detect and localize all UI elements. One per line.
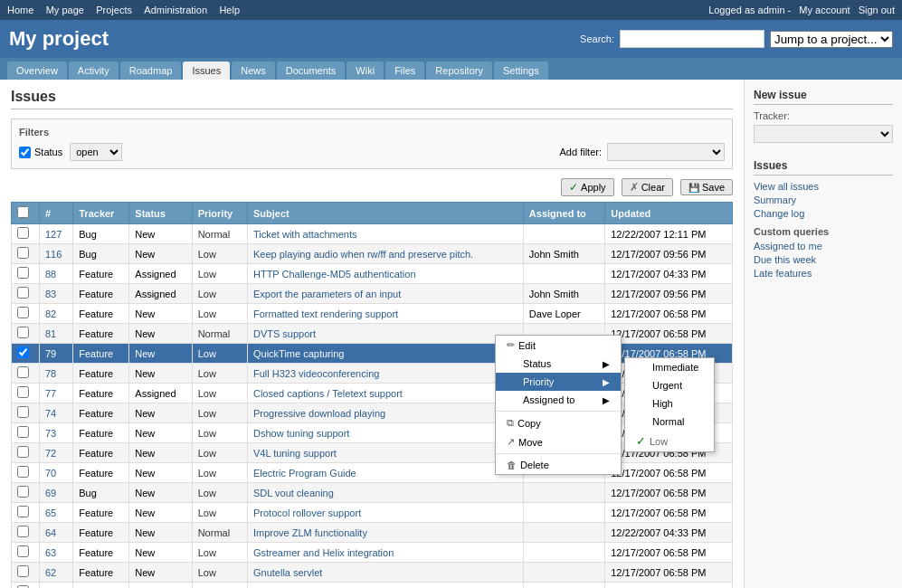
row-checkbox[interactable] <box>12 563 40 583</box>
row-checkbox[interactable] <box>12 543 40 563</box>
row-select-checkbox[interactable] <box>17 386 29 398</box>
tab-overview[interactable]: Overview <box>7 62 67 80</box>
issue-id-link[interactable]: 77 <box>45 388 56 399</box>
issue-subject-link[interactable]: Improve ZLM functionality <box>253 527 367 538</box>
tab-files[interactable]: Files <box>385 62 424 80</box>
status-checkbox[interactable] <box>19 147 31 158</box>
tab-activity[interactable]: Activity <box>69 62 119 80</box>
issue-subject-link[interactable]: Protocol rollover support <box>253 507 361 518</box>
issue-subject-link[interactable]: Full H323 videoconferencing <box>253 368 379 379</box>
save-button[interactable]: Save <box>680 179 733 195</box>
custom-query-3[interactable]: Late features <box>754 268 893 279</box>
row-select-checkbox[interactable] <box>17 406 29 418</box>
col-assigned[interactable]: Assigned to <box>523 203 604 224</box>
nav-projects[interactable]: Projects <box>96 5 132 15</box>
issue-id-link[interactable]: 70 <box>45 468 56 479</box>
table-row[interactable]: 81 Feature New Normal DVTS support 12/17… <box>12 324 733 344</box>
row-select-checkbox[interactable] <box>17 506 29 517</box>
my-account-link[interactable]: My account <box>799 5 850 15</box>
table-row[interactable]: 65 Feature New Low Protocol rollover sup… <box>12 503 733 523</box>
row-checkbox[interactable] <box>12 423 40 443</box>
issue-id-link[interactable]: 62 <box>45 567 56 578</box>
menu-assigned-to[interactable]: Assigned to ▶ <box>496 391 621 409</box>
menu-edit[interactable]: ✏ Edit <box>496 336 621 355</box>
col-id[interactable]: # <box>39 203 72 224</box>
row-select-checkbox[interactable] <box>17 346 29 358</box>
issue-subject-link[interactable]: SDL vout cleaning <box>253 488 334 498</box>
row-checkbox[interactable] <box>12 264 40 284</box>
row-select-checkbox[interactable] <box>17 545 29 557</box>
row-checkbox[interactable] <box>12 443 40 463</box>
tab-issues[interactable]: Issues <box>183 62 230 80</box>
custom-query-2[interactable]: Due this week <box>754 254 893 265</box>
row-checkbox[interactable] <box>12 344 40 364</box>
issue-subject-link[interactable]: Gnutella servlet <box>253 567 322 578</box>
priority-low[interactable]: ✓ Low <box>625 431 714 451</box>
table-row[interactable]: 127 Bug New Normal Ticket with attachmen… <box>12 224 733 244</box>
issue-subject-link[interactable]: Keep playing audio when rw/ff and preser… <box>253 249 473 260</box>
row-checkbox[interactable] <box>12 304 40 324</box>
tab-repository[interactable]: Repository <box>426 62 492 80</box>
issue-subject-link[interactable]: Dshow tuning support <box>253 428 349 439</box>
table-row[interactable]: 70 Feature New Low Electric Program Guid… <box>12 463 733 483</box>
row-select-checkbox[interactable] <box>17 486 29 498</box>
row-checkbox[interactable] <box>12 364 40 384</box>
clear-button[interactable]: Clear <box>622 178 673 196</box>
issue-id-link[interactable]: 116 <box>45 249 62 260</box>
issue-subject-link[interactable]: Progressive download playing <box>253 408 385 419</box>
issue-subject-link[interactable]: Formatted text rendering support <box>253 308 398 319</box>
row-checkbox[interactable] <box>12 483 40 503</box>
apply-button[interactable]: Apply <box>561 178 614 196</box>
menu-delete[interactable]: 🗑 Delete <box>496 456 621 474</box>
row-checkbox[interactable] <box>12 503 40 523</box>
issue-subject-link[interactable]: V4L tuning support <box>253 448 337 459</box>
issue-id-link[interactable]: 73 <box>45 428 56 439</box>
table-row[interactable]: 63 Feature New Low Gstreamer and Helix i… <box>12 543 733 563</box>
issue-id-link[interactable]: 78 <box>45 368 56 379</box>
row-select-checkbox[interactable] <box>17 327 29 338</box>
row-checkbox[interactable] <box>12 523 40 543</box>
issue-id-link[interactable]: 63 <box>45 547 56 558</box>
issue-id-link[interactable]: 81 <box>45 328 56 339</box>
priority-high[interactable]: High <box>625 394 714 413</box>
row-select-checkbox[interactable] <box>17 267 29 279</box>
issue-id-link[interactable]: 127 <box>45 229 62 240</box>
col-updated[interactable]: Updated <box>605 203 733 224</box>
row-checkbox[interactable] <box>12 224 40 244</box>
row-checkbox[interactable] <box>12 583 40 589</box>
row-checkbox[interactable] <box>12 284 40 304</box>
tab-documents[interactable]: Documents <box>277 62 346 80</box>
row-checkbox[interactable] <box>12 384 40 403</box>
view-all-issues-link[interactable]: View all issues <box>754 181 893 192</box>
table-row[interactable]: 83 Feature Assigned Low Export the param… <box>12 284 733 304</box>
menu-priority[interactable]: Priority ▶ <box>496 373 621 391</box>
row-checkbox[interactable] <box>12 324 40 344</box>
nav-administration[interactable]: Administration <box>144 5 207 15</box>
row-select-checkbox[interactable] <box>17 446 29 458</box>
col-priority[interactable]: Priority <box>192 203 247 224</box>
menu-move[interactable]: ↗ Move <box>496 432 621 451</box>
select-all-checkbox[interactable] <box>17 206 29 218</box>
sign-out-link[interactable]: Sign out <box>859 5 895 15</box>
row-checkbox[interactable] <box>12 463 40 483</box>
row-select-checkbox[interactable] <box>17 526 29 537</box>
table-row[interactable]: 88 Feature Assigned Low HTTP Challenge-M… <box>12 264 733 284</box>
priority-urgent[interactable]: Urgent <box>625 376 714 394</box>
priority-immediate[interactable]: Immediate <box>625 358 714 376</box>
add-filter-select[interactable] <box>607 143 725 161</box>
custom-query-1[interactable]: Assigned to me <box>754 241 893 251</box>
issue-subject-link[interactable]: HTTP Challenge-MD5 authentication <box>253 269 416 280</box>
issue-subject-link[interactable]: Closed captions / Teletext support <box>253 388 403 399</box>
issue-id-link[interactable]: 69 <box>45 488 56 498</box>
tab-settings[interactable]: Settings <box>494 62 548 80</box>
nav-mypage[interactable]: My page <box>46 5 84 15</box>
row-select-checkbox[interactable] <box>17 366 29 378</box>
issue-subject-link[interactable]: QuickTime capturing <box>253 348 344 359</box>
table-row[interactable]: 116 Bug New Low Keep playing audio when … <box>12 244 733 264</box>
row-select-checkbox[interactable] <box>17 466 29 478</box>
jump-to-project-select[interactable]: Jump to a project... <box>770 31 893 48</box>
issue-subject-link[interactable]: Ticket with attachments <box>253 229 357 240</box>
table-row[interactable]: 64 Feature New Normal Improve ZLM functi… <box>12 523 733 543</box>
search-input[interactable] <box>620 30 764 48</box>
issue-id-link[interactable]: 88 <box>45 269 56 280</box>
